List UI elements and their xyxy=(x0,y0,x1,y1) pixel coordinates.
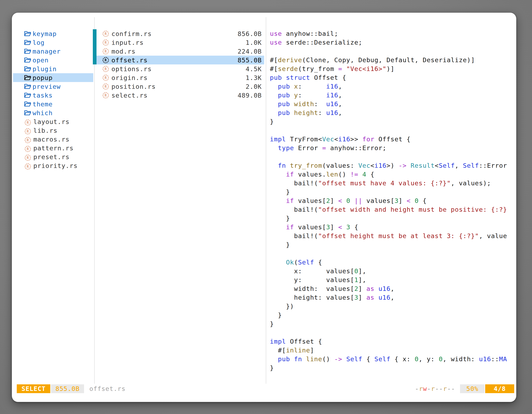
folder-icon xyxy=(24,92,31,98)
folder-icon xyxy=(24,83,31,89)
sidebar-item-theme[interactable]: theme xyxy=(13,100,93,108)
code-line: #[serde(try_from = "Vec<i16>")] xyxy=(270,64,513,73)
rust-file-icon: R xyxy=(103,31,109,37)
code-line: bail!("offset must have 4 values: {:?}",… xyxy=(270,179,513,188)
sidebar-item-lib-rs[interactable]: Rlib.rs xyxy=(13,126,93,135)
item-label: priority.rs xyxy=(33,162,77,169)
code-line: bail!("offset height must be at least 3:… xyxy=(270,231,513,240)
folder-icon xyxy=(24,39,31,45)
file-size: 856.0B xyxy=(238,30,262,38)
rust-file-icon: R xyxy=(103,39,109,46)
rust-file-icon: R xyxy=(13,144,33,152)
sidebar-item-tasks[interactable]: tasks xyxy=(13,91,93,100)
scroll-percent-chip: 50% xyxy=(460,384,484,393)
sidebar-item-preset-rs[interactable]: Rpreset.rs xyxy=(13,152,93,161)
file-row-offset-rs[interactable]: Roffset.rs855.0B xyxy=(96,56,264,64)
code-line: } xyxy=(270,240,513,249)
rust-file-icon: R xyxy=(25,128,31,135)
sidebar-item-manager[interactable]: manager xyxy=(13,47,93,56)
sidebar-item-which[interactable]: which xyxy=(13,108,93,117)
code-line: type Error = anyhow::Error; xyxy=(270,144,513,152)
code-line: } xyxy=(270,311,513,319)
sidebar-item-log[interactable]: log xyxy=(13,38,93,47)
code-line: #[inline] xyxy=(270,346,513,355)
code-line: #[derive(Clone, Copy, Debug, Default, De… xyxy=(270,56,513,64)
item-label: manager xyxy=(32,48,61,55)
sidebar-item-priority-rs[interactable]: Rpriority.rs xyxy=(13,161,93,170)
sidebar-item-keymap[interactable]: keymap xyxy=(13,29,93,38)
rust-file-icon: R xyxy=(13,127,33,135)
rust-file-icon: R xyxy=(103,75,109,81)
preview-pane[interactable]: use anyhow::bail;use serde::Deserialize;… xyxy=(270,29,513,372)
code-line xyxy=(270,152,513,161)
code-line xyxy=(270,126,513,135)
file-row-origin-rs[interactable]: Rorigin.rs1.3K xyxy=(96,73,264,82)
sidebar-item-layout-rs[interactable]: Rlayout.rs xyxy=(13,117,93,126)
sidebar-divider xyxy=(94,17,95,384)
code-line: if values.len() != 4 { xyxy=(270,170,513,179)
item-label: layout.rs xyxy=(33,118,69,125)
sidebar-item-plugin[interactable]: plugin xyxy=(13,64,93,73)
selected-size-chip: 855.0B xyxy=(51,384,84,393)
sidebar-item-preview[interactable]: preview xyxy=(13,82,93,91)
parent-pane: keymaplogmanageropenpluginpopuppreviewta… xyxy=(13,29,93,170)
sidebar-item-macros-rs[interactable]: Rmacros.rs xyxy=(13,135,93,144)
folder-icon xyxy=(24,31,31,37)
file-name: origin.rs xyxy=(111,74,246,81)
code-line: } xyxy=(270,214,513,223)
code-line: Ok(Self { xyxy=(270,258,513,267)
folder-icon xyxy=(24,101,31,107)
rust-file-icon: R xyxy=(13,118,33,125)
file-row-mod-rs[interactable]: Rmod.rs224.0B xyxy=(96,47,264,56)
file-row-input-rs[interactable]: Rinput.rs1.0K xyxy=(96,38,264,47)
file-size: 1.3K xyxy=(246,74,262,81)
current-pane: Rconfirm.rs856.0BRinput.rs1.0KRmod.rs224… xyxy=(96,29,264,100)
item-label: log xyxy=(32,39,45,46)
sidebar-item-popup[interactable]: popup xyxy=(13,73,93,82)
rust-file-icon: R xyxy=(103,57,109,63)
file-row-select-rs[interactable]: Rselect.rs489.0B xyxy=(96,91,264,100)
item-label: keymap xyxy=(32,30,57,38)
code-line: use serde::Deserialize; xyxy=(270,38,513,47)
code-line: bail!("offset width and height must be p… xyxy=(270,205,513,214)
status-bar: SELECT 855.0B offset.rs -rw-r--r-- 50% 4… xyxy=(12,384,516,393)
code-line: x: values[0], xyxy=(270,267,513,276)
file-row-position-rs[interactable]: Rposition.rs2.0K xyxy=(96,82,264,91)
status-left: SELECT 855.0B offset.rs xyxy=(17,384,125,393)
file-name: mod.rs xyxy=(111,48,238,55)
file-row-confirm-rs[interactable]: Rconfirm.rs856.0B xyxy=(96,29,264,38)
code-line: impl Offset { xyxy=(270,337,513,346)
item-label: theme xyxy=(32,100,53,108)
item-label: popup xyxy=(32,74,53,81)
item-label: which xyxy=(32,109,53,116)
sidebar-item-open[interactable]: open xyxy=(13,56,93,64)
code-line xyxy=(270,249,513,258)
rust-file-icon: R xyxy=(103,48,109,54)
rust-file-icon: R xyxy=(103,83,109,90)
code-line: fn try_from(values: Vec<i16>) -> Result<… xyxy=(270,161,513,170)
item-label: pattern.rs xyxy=(33,144,74,152)
file-size: 4.5K xyxy=(246,65,262,73)
item-label: preset.rs xyxy=(33,153,69,161)
file-size: 489.0B xyxy=(238,92,262,99)
code-line: if values[3] < 3 { xyxy=(270,223,513,231)
code-line: y: values[1], xyxy=(270,276,513,284)
rust-file-icon: R xyxy=(13,162,33,170)
sidebar-item-pattern-rs[interactable]: Rpattern.rs xyxy=(13,144,93,152)
hovered-filename: offset.rs xyxy=(89,384,125,393)
code-line: pub struct Offset { xyxy=(270,73,513,82)
rust-file-icon: R xyxy=(25,119,31,125)
file-size: 855.0B xyxy=(238,57,262,64)
file-name: select.rs xyxy=(111,92,238,99)
file-row-options-rs[interactable]: Roptions.rs4.5K xyxy=(96,64,264,73)
folder-icon xyxy=(24,66,31,72)
code-line: } xyxy=(270,319,513,328)
code-line: impl TryFrom<Vec<i16>> for Offset { xyxy=(270,135,513,144)
code-line: pub fn line() -> Self { Self { x: 0, y: … xyxy=(270,355,513,364)
list-scrollbar xyxy=(93,29,96,64)
file-size: 1.0K xyxy=(246,39,262,46)
code-line: use anyhow::bail; xyxy=(270,29,513,38)
code-line: width: values[2] as u16, xyxy=(270,284,513,293)
file-size: 224.0B xyxy=(238,48,262,55)
rust-file-icon: R xyxy=(25,146,31,152)
